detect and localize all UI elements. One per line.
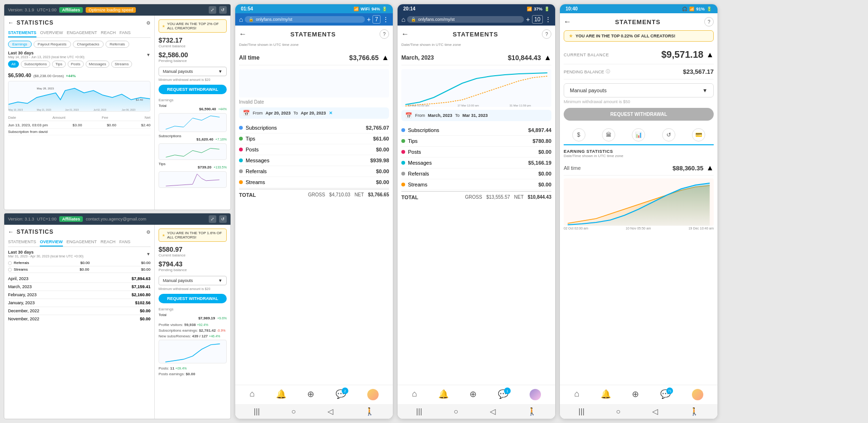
home-nav-icon-2[interactable]: ⌂ [401,16,405,23]
tab-overview-2[interactable]: OVERVIEW [40,238,62,247]
request-withdrawal-button-2[interactable]: REQUEST WITHDRAWAL [159,294,227,303]
msg-nav-icon-2[interactable]: 💬 1 [498,389,508,400]
affiliates-badge[interactable]: Affiliates [59,7,83,13]
settings-icon[interactable]: ⚙ [146,20,151,26]
tab-fans-2[interactable]: FANS [119,238,131,247]
help-icon-3[interactable]: ? [704,17,714,26]
home-nav-icon[interactable]: ⌂ [239,16,243,23]
tab-reach[interactable]: REACH [101,29,116,37]
tab-statements-2[interactable]: STATEMENTS [8,238,36,247]
period-total-1: $3,766.65 [349,54,379,62]
signal-icon-2: 📶 [527,7,532,11]
all-time-chevron[interactable]: ▲ [706,164,714,172]
subs-earnings-row: Subscriptions earnings: $2,781.42 -0.9% [159,328,227,333]
refresh-icon[interactable]: ↺ [219,6,227,14]
payout-method-label-3: Manual payouts [570,88,607,93]
msg-nav-icon-3[interactable]: 💬 71 [660,389,671,400]
msg-badge-3: 71 [666,388,673,394]
clear-date-1[interactable]: ✕ [329,111,333,115]
tab-statements[interactable]: STATEMENTS [8,29,36,37]
filter-subscriptions[interactable]: Subscriptions [21,61,50,68]
bell-icon-1[interactable]: 🔔 [276,389,286,400]
expand-icon-2[interactable]: ⤢ [209,215,216,223]
mobile-back-3[interactable]: ← [564,18,571,26]
tips-amount-2: $780.80 [532,138,551,144]
dot-str-1 [239,180,243,184]
help-icon-1[interactable]: ? [380,29,389,39]
tab-engagement[interactable]: ENGAGEMENT [67,29,97,37]
pill-payout[interactable]: Payout Requests [34,41,71,48]
svg-text:31 Mar 11:59 pm: 31 Mar 11:59 pm [510,104,531,107]
back-button[interactable]: ← [8,19,14,26]
avatar-1[interactable] [367,389,379,400]
card-icon[interactable]: 💳 [692,128,705,141]
gross-label-1: GROSS [308,192,325,197]
dollar-icon[interactable]: $ [572,128,585,141]
date-chevron-2[interactable]: ▼ [146,252,151,256]
feb-label: February, 2023 [8,292,36,297]
time-1: 01:54 [241,6,253,11]
request-withdrawal-button-3[interactable]: REQUEST WITHDRAWAL [564,108,714,121]
msg-nav-icon-1[interactable]: 💬 2 [336,389,346,400]
filter-tips[interactable]: Tips [52,61,66,68]
pill-earnings[interactable]: Earnings [8,41,32,48]
avatar-3[interactable] [692,389,703,400]
filter-all[interactable]: All [8,61,19,68]
bell-icon-2[interactable]: 🔔 [438,389,449,400]
filter-messages[interactable]: Messages [86,61,109,68]
collapse-icon-2[interactable]: ▲ [544,53,551,62]
add-icon-2[interactable]: ⊕ [469,389,477,400]
optimize-badge[interactable]: Optimize loading speed [86,7,136,13]
add-tab-icon-2[interactable]: + [526,16,530,23]
menu-icon[interactable]: ⋮ [382,16,389,23]
date-chevron[interactable]: ▼ [146,53,151,57]
history-icon[interactable]: ↺ [662,128,675,141]
payout-dropdown[interactable]: Manual payouts ▼ [159,67,227,76]
url-box-2[interactable]: 🔒 onlyfans.com/my/st [407,16,524,23]
version-label-2: Version: 3.1.3 [8,217,34,221]
date-filter-bar-1[interactable]: 📅 From Apr 20, 2023 To Apr 20, 2023 ✕ [239,107,389,119]
tab-count-icon-2[interactable]: 10 [532,15,543,24]
payout-dropdown-2[interactable]: Manual payouts ▼ [159,276,227,285]
bank-icon[interactable]: 🏛 [602,128,615,141]
add-icon-3[interactable]: ⊕ [632,389,639,400]
home-icon-1[interactable]: ⌂ [249,389,255,400]
balance-chevron[interactable]: ▲ [706,51,714,59]
add-icon-1[interactable]: ⊕ [307,389,314,400]
date-filter-bar-2[interactable]: 📅 From March, 2023 To Mar 31, 2023 [401,110,551,121]
tab-engagement-2[interactable]: ENGAGEMENT [67,238,97,247]
svg-text:Jun 06, 2023: Jun 06, 2023 [122,109,135,111]
collapse-icon-1[interactable]: ▲ [381,53,389,62]
request-withdrawal-button[interactable]: REQUEST WITHDRAWAL [159,85,227,94]
home-icon-3[interactable]: ⌂ [574,389,579,400]
settings-icon-2[interactable]: ⚙ [146,229,151,235]
stmt-chart-2: 02 Mar 01:00 am 17 Mar 12:00 am 31 Mar 1… [401,69,551,107]
march-label: March, 2023 [8,284,32,289]
avatar-2[interactable] [530,389,541,400]
payout-method-label-2: Manual payouts [163,278,193,283]
filter-streams[interactable]: Streams [111,61,132,68]
pill-chargebacks[interactable]: Chargebacks [73,41,104,48]
pill-referrals[interactable]: Referrals [106,41,129,48]
posts-amount-1: $0.00 [376,147,389,152]
affiliates-badge-2[interactable]: Affiliates [59,216,83,222]
back-button-2[interactable]: ← [8,229,14,235]
mobile-back-1[interactable]: ← [239,30,247,38]
tab-fans[interactable]: FANS [120,29,131,37]
filter-posts[interactable]: Posts [68,61,84,68]
home-icon-2[interactable]: ⌂ [412,389,417,400]
mobile-back-2[interactable]: ← [401,30,409,38]
refresh-icon-2[interactable]: ↺ [219,215,227,223]
help-icon-2[interactable]: ? [542,29,551,39]
tab-reach-2[interactable]: REACH [101,238,116,247]
add-tab-icon[interactable]: + [367,16,371,23]
time-3: 10:40 [566,6,578,11]
payout-dropdown-3[interactable]: Manual payouts ▼ [564,83,714,97]
menu-icon-2[interactable]: ⋮ [545,16,551,23]
bell-icon-3[interactable]: 🔔 [601,389,611,400]
chart-icon[interactable]: 📊 [632,128,645,141]
url-box-1[interactable]: 🔒 onlyfans.com/my/st [245,16,365,23]
expand-icon[interactable]: ⤢ [209,6,216,14]
tab-count-icon[interactable]: 7 [372,15,381,24]
tab-overview[interactable]: OVERVIEW [40,29,63,37]
